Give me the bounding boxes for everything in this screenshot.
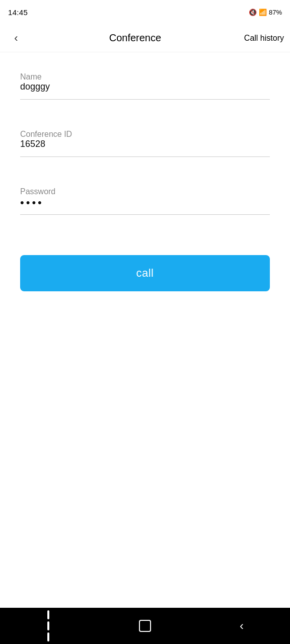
back-nav-icon: ‹: [240, 619, 244, 633]
nav-back-button[interactable]: ‹: [227, 611, 257, 641]
conference-id-value[interactable]: 16528: [20, 139, 270, 157]
nav-bar: ‹: [0, 608, 290, 644]
nav-home-button[interactable]: [130, 611, 160, 641]
name-field-group: Name dogggy: [20, 72, 270, 100]
main-content: Name dogggy Conference ID 16528 Password…: [0, 52, 290, 608]
password-field-group: Password ••••: [20, 187, 270, 215]
call-button[interactable]: call: [20, 255, 270, 291]
nav-menu-button[interactable]: [33, 611, 63, 641]
call-button-wrapper: call: [20, 255, 270, 291]
status-icons: 🔇 📶 87%: [249, 9, 282, 16]
call-history-button[interactable]: Call history: [244, 34, 284, 43]
status-time: 14:45: [8, 8, 28, 17]
menu-icon: [47, 610, 49, 641]
name-label: Name: [20, 72, 42, 81]
app-header: ‹ Conference Call history: [0, 24, 290, 52]
mute-icon: 🔇: [249, 9, 257, 16]
page-title: Conference: [26, 32, 244, 44]
conference-id-field-group: Conference ID 16528: [20, 130, 270, 157]
conference-id-label: Conference ID: [20, 130, 72, 138]
back-arrow-icon: ‹: [14, 32, 18, 45]
back-button[interactable]: ‹: [6, 28, 26, 48]
password-value[interactable]: ••••: [20, 196, 270, 215]
status-bar: 14:45 🔇 📶 87%: [0, 0, 290, 24]
wifi-icon: 📶: [259, 9, 267, 16]
name-value[interactable]: dogggy: [20, 82, 270, 100]
password-label: Password: [20, 187, 55, 196]
battery-level: 87%: [269, 9, 282, 16]
home-icon: [139, 620, 151, 632]
